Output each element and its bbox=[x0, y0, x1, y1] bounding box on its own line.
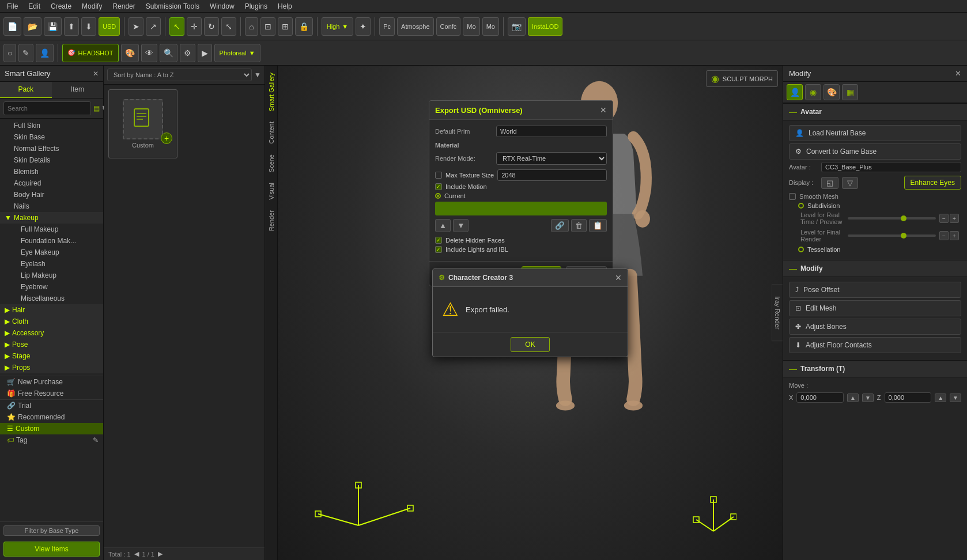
view-items-btn[interactable]: View Items bbox=[3, 542, 100, 557]
include-lights-checkbox[interactable] bbox=[435, 246, 442, 253]
list-item[interactable]: Miscellaneous bbox=[0, 293, 103, 304]
export-btn[interactable]: ⬇ bbox=[81, 17, 96, 36]
max-texture-input[interactable] bbox=[497, 169, 607, 181]
send-btn[interactable]: ➤ bbox=[129, 17, 143, 36]
render-plus-btn[interactable]: + bbox=[950, 231, 959, 240]
side-tab-render[interactable]: Render bbox=[266, 206, 277, 236]
load-neutral-base-btn[interactable]: 👤 Load Neutral Base bbox=[789, 125, 961, 141]
menu-edit[interactable]: Edit bbox=[24, 1, 45, 12]
list-item[interactable]: Skin Base bbox=[0, 131, 103, 143]
display-perspective-btn[interactable]: ◱ bbox=[821, 177, 838, 189]
current-radio[interactable] bbox=[435, 193, 441, 199]
avatar-value-input[interactable] bbox=[821, 162, 961, 172]
tab-pack[interactable]: Pack bbox=[0, 82, 52, 98]
x-down-btn[interactable]: ▼ bbox=[862, 393, 874, 402]
search-input[interactable] bbox=[3, 101, 91, 115]
list-item-custom[interactable]: ☰ Custom bbox=[0, 423, 103, 434]
list-item[interactable]: Skin Details bbox=[0, 154, 103, 166]
display-ortho-btn[interactable]: ▽ bbox=[842, 177, 858, 189]
new-btn[interactable]: 📄 bbox=[3, 17, 21, 36]
tab-item[interactable]: Item bbox=[52, 82, 104, 98]
side-tab-scene[interactable]: Scene bbox=[266, 150, 277, 177]
grid-btn[interactable]: ⊞ bbox=[278, 17, 293, 36]
list-item[interactable]: Full Skin bbox=[0, 120, 103, 131]
atmo-btn[interactable]: Atmosphe bbox=[397, 17, 434, 36]
filter-base-type-btn[interactable]: Filter by Base Type bbox=[3, 525, 100, 536]
list-item[interactable]: Lip Makeup bbox=[0, 270, 103, 281]
menu-file[interactable]: File bbox=[2, 1, 22, 12]
tab-avatar-icon[interactable]: 👤 bbox=[787, 84, 803, 100]
tab-morph-icon[interactable]: ◉ bbox=[805, 84, 821, 100]
edit-mesh-btn[interactable]: ⊡ Edit Mesh bbox=[789, 300, 961, 316]
list-item-tag[interactable]: 🏷 Tag ✎ bbox=[0, 434, 103, 446]
list-item[interactable]: Blemish bbox=[0, 166, 103, 177]
copy-btn[interactable]: 📋 bbox=[589, 219, 607, 232]
side-tab-smart-gallery[interactable]: Smart Gallery bbox=[266, 68, 277, 116]
render-thumb[interactable] bbox=[901, 233, 906, 239]
list-item[interactable]: Full Makeup bbox=[0, 224, 103, 235]
list-item[interactable]: Eye Makeup bbox=[0, 247, 103, 258]
next-page-btn[interactable]: ▶ bbox=[158, 550, 163, 558]
right-panel-close-icon[interactable]: ✕ bbox=[955, 69, 961, 78]
camera-btn[interactable]: 📷 bbox=[508, 17, 526, 36]
menu-help[interactable]: Help bbox=[273, 1, 297, 12]
adjust-floor-contacts-btn[interactable]: ⬇ Adjust Floor Contacts bbox=[789, 337, 961, 353]
tab-material-icon[interactable]: 🎨 bbox=[824, 84, 840, 100]
mo1-btn[interactable]: Mo bbox=[463, 17, 479, 36]
z-down-btn[interactable]: ▼ bbox=[950, 393, 961, 402]
category-makeup[interactable]: ▼ Makeup bbox=[0, 212, 103, 224]
pose-offset-btn[interactable]: ⤴ Pose Offset bbox=[789, 282, 961, 298]
list-item-normal-effects[interactable]: Normal Effects bbox=[0, 143, 103, 154]
headshot-btn[interactable]: 🎯 HEADSHOT bbox=[62, 44, 118, 62]
search2-btn[interactable]: 🔍 bbox=[160, 44, 177, 62]
list-item-new-purchase[interactable]: 🛒 New Purchase bbox=[0, 376, 103, 388]
mo2-btn[interactable]: Mo bbox=[482, 17, 499, 36]
physics-btn[interactable]: Pc bbox=[379, 17, 395, 36]
smooth-mesh-checkbox[interactable] bbox=[789, 193, 796, 200]
z-value-input[interactable] bbox=[885, 392, 932, 403]
x-value-input[interactable] bbox=[796, 392, 844, 403]
viewport[interactable]: ◉ SCULPT MORPH Iray Render bbox=[278, 66, 783, 560]
panel-close-icon[interactable]: ✕ bbox=[93, 70, 99, 78]
list-item[interactable]: Nails bbox=[0, 200, 103, 212]
menu-render[interactable]: Render bbox=[108, 1, 139, 12]
move-btn[interactable]: ✛ bbox=[187, 17, 202, 36]
adjust-bones-btn[interactable]: ✤ Adjust Bones bbox=[789, 319, 961, 335]
instalod-btn[interactable]: InstaLOD bbox=[528, 17, 562, 36]
menu-submission[interactable]: Submission Tools bbox=[141, 1, 204, 12]
render-mode-dropdown[interactable]: Photoreal ▼ bbox=[214, 44, 260, 62]
home-btn[interactable]: ⌂ bbox=[245, 17, 258, 36]
realtime-thumb[interactable] bbox=[901, 215, 906, 221]
delete-hidden-checkbox[interactable] bbox=[435, 237, 442, 244]
tag-edit-icon[interactable]: ✎ bbox=[93, 436, 99, 444]
import-btn[interactable]: ⬆ bbox=[64, 17, 79, 36]
modify-section-collapse[interactable]: — bbox=[789, 264, 797, 273]
convert-game-base-btn[interactable]: ⚙ Convert to Game Base bbox=[789, 143, 961, 160]
category-hair[interactable]: ▶ Hair bbox=[0, 304, 103, 316]
include-motion-checkbox[interactable] bbox=[435, 183, 442, 190]
default-prim-input[interactable] bbox=[496, 126, 607, 137]
category-accessory[interactable]: ▶ Accessory bbox=[0, 327, 103, 339]
x-up-btn[interactable]: ▲ bbox=[847, 393, 859, 402]
list-item-recommended[interactable]: ⭐ Recommended bbox=[0, 411, 103, 423]
frame-btn[interactable]: ⊡ bbox=[260, 17, 275, 36]
delete-btn[interactable]: 🗑 bbox=[571, 219, 587, 232]
sort-dropdown[interactable]: Sort by Name : A to Z Sort by Name : Z t… bbox=[107, 69, 252, 81]
menu-plugins[interactable]: Plugins bbox=[240, 1, 272, 12]
add-icon[interactable]: + bbox=[161, 133, 172, 144]
category-cloth[interactable]: ▶ Cloth bbox=[0, 316, 103, 327]
category-props[interactable]: ▶ Props bbox=[0, 362, 103, 373]
list-item[interactable]: Acquired bbox=[0, 177, 103, 189]
usd-btn[interactable]: USD bbox=[99, 17, 120, 36]
quality-dropdown[interactable]: High ▼ bbox=[322, 17, 354, 36]
menu-window[interactable]: Window bbox=[205, 1, 239, 12]
alert-close-btn[interactable]: ✕ bbox=[615, 273, 622, 282]
menu-create[interactable]: Create bbox=[46, 1, 76, 12]
snap-btn[interactable]: 🔒 bbox=[295, 17, 313, 36]
side-tab-visual[interactable]: Visual bbox=[266, 178, 277, 205]
menu-modify[interactable]: Modify bbox=[77, 1, 107, 12]
list-item-trial[interactable]: 🔗 Trial bbox=[0, 400, 103, 411]
down-arrow-btn[interactable]: ▼ bbox=[453, 219, 469, 232]
realtime-minus-btn[interactable]: − bbox=[939, 214, 949, 223]
open-btn[interactable]: 📂 bbox=[24, 17, 41, 36]
